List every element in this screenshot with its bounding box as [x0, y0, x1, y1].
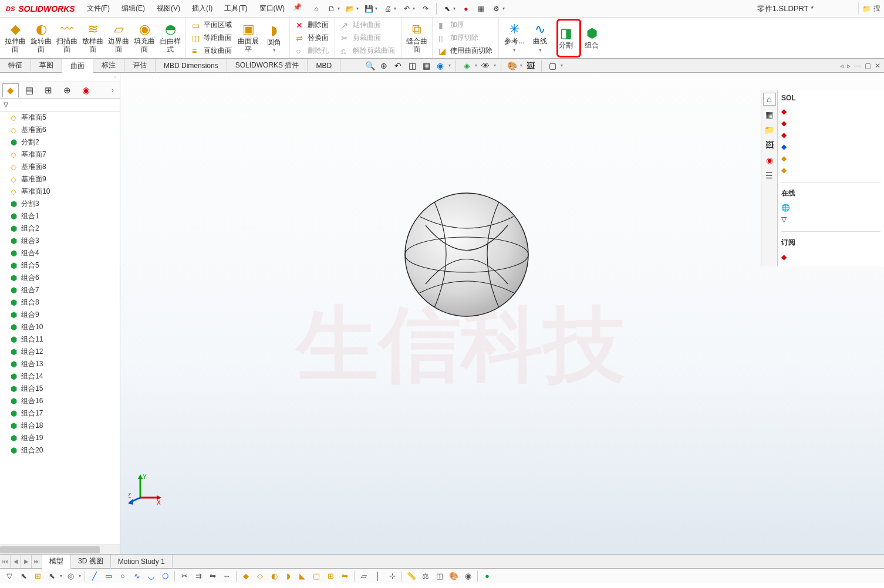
- new-icon[interactable]: 🗋: [325, 2, 339, 16]
- feature-tree-item[interactable]: ◇基准面5: [0, 111, 120, 124]
- sb-cut-icon[interactable]: ◇: [254, 570, 266, 582]
- feature-tree-item[interactable]: ⬢组合4: [0, 247, 120, 259]
- combine-button[interactable]: ⬢组合: [579, 23, 605, 52]
- resource-item[interactable]: ◆: [781, 117, 880, 129]
- rebuild-icon[interactable]: ●: [459, 2, 473, 16]
- property-manager-tab-icon[interactable]: ▤: [21, 83, 38, 97]
- feature-tree-item[interactable]: ◇基准面7: [0, 148, 120, 161]
- feature-tree-item[interactable]: ⬢组合10: [0, 321, 120, 333]
- search-box[interactable]: 📁 搜: [858, 2, 884, 15]
- tree-filter[interactable]: ∇: [0, 99, 120, 111]
- sb-poly-icon[interactable]: ⬡: [159, 570, 171, 582]
- fillet-button[interactable]: ◗圆角▾: [261, 21, 287, 55]
- tab-mbd-dimensions[interactable]: MBD Dimensions: [156, 59, 227, 73]
- sb-fillet-icon[interactable]: ◗: [282, 570, 294, 582]
- view-orient-icon[interactable]: ▦: [420, 60, 432, 72]
- boundary-surface-button[interactable]: ▱边界曲面: [106, 19, 131, 56]
- menu-tools[interactable]: 工具(T): [218, 0, 253, 18]
- menu-insert[interactable]: 插入(I): [186, 0, 218, 18]
- rail-appearances-icon[interactable]: ◉: [763, 154, 776, 167]
- sb-pattern-icon[interactable]: ⊞: [325, 570, 336, 582]
- feature-tree-item[interactable]: ⬢分割3: [0, 198, 120, 210]
- feature-tree-item[interactable]: ⬢组合14: [0, 370, 120, 383]
- sb-tree-icon[interactable]: ⊞: [32, 570, 43, 582]
- offset-surface-button[interactable]: ◫等距曲面: [188, 32, 235, 45]
- tab-next-icon[interactable]: ▶: [21, 555, 32, 568]
- sb-circle-icon[interactable]: ○: [117, 570, 129, 582]
- tree-horizontal-scrollbar[interactable]: [0, 545, 120, 554]
- feature-tree-item[interactable]: ⬢组合8: [0, 296, 120, 309]
- feature-tree-item[interactable]: ◇基准面9: [0, 173, 120, 185]
- undo-icon[interactable]: ↶: [400, 2, 414, 16]
- sb-measure-icon[interactable]: 📏: [406, 570, 417, 582]
- sb-chamfer-icon[interactable]: ◣: [296, 570, 308, 582]
- feature-tree-item[interactable]: ⬢组合11: [0, 333, 120, 346]
- hide-show-icon[interactable]: ◈: [461, 60, 473, 72]
- window-prev-icon[interactable]: ◃: [840, 62, 843, 70]
- sb-rect-icon[interactable]: ▭: [103, 570, 114, 582]
- orientation-triad[interactable]: Y X Z: [129, 473, 164, 508]
- feature-tree-item[interactable]: ⬢组合12: [0, 346, 120, 358]
- sb-plane-icon[interactable]: ▱: [358, 570, 370, 582]
- panel-collapse-icon[interactable]: ◦: [114, 74, 116, 80]
- rail-view-palette-icon[interactable]: 🖼: [763, 138, 776, 151]
- rail-properties-icon[interactable]: ☰: [763, 169, 776, 182]
- redo-icon[interactable]: ↷: [419, 2, 433, 16]
- menu-file[interactable]: 文件(F): [81, 0, 116, 18]
- settings-icon[interactable]: ⚙: [490, 2, 504, 16]
- sb-mirror2-icon[interactable]: ⇋: [339, 570, 350, 582]
- feature-tree[interactable]: ◇基准面5◇基准面6⬢分割2◇基准面7◇基准面8◇基准面9◇基准面10⬢分割3⬢…: [0, 111, 120, 545]
- sweep-surface-button[interactable]: 〰扫描曲面: [54, 19, 80, 56]
- rail-home-icon[interactable]: ⌂: [763, 93, 776, 106]
- flatten-surface-button[interactable]: ▣曲面展平: [235, 19, 261, 56]
- subscribe-item[interactable]: ◆: [781, 251, 880, 263]
- knit-surface-button[interactable]: ⧉缝合曲面: [404, 19, 430, 56]
- tab-first-icon[interactable]: ⏮: [0, 555, 11, 568]
- rail-library-icon[interactable]: ▦: [763, 108, 776, 121]
- rail-explorer-icon[interactable]: 📁: [763, 123, 776, 136]
- window-close-icon[interactable]: ✕: [875, 62, 880, 70]
- sb-axis-icon[interactable]: │: [372, 570, 384, 582]
- feature-tree-item[interactable]: ⬢分割2: [0, 136, 120, 148]
- revolve-surface-button[interactable]: ◐旋转曲面: [28, 19, 54, 56]
- appearance-icon[interactable]: 🎨: [506, 60, 518, 72]
- feature-tree-item[interactable]: ⬢组合15: [0, 383, 120, 395]
- tab-mbd[interactable]: MBD: [308, 59, 340, 73]
- resource-item[interactable]: ◆: [781, 164, 880, 176]
- replace-face-button[interactable]: ⇄替换面: [292, 32, 332, 45]
- zoom-area-icon[interactable]: ⊕: [378, 60, 390, 72]
- home-icon[interactable]: ⌂: [309, 2, 323, 16]
- resource-item[interactable]: ◆: [781, 153, 880, 164]
- cut-with-surface-button[interactable]: ◪使用曲面切除: [435, 45, 496, 58]
- feature-tree-item[interactable]: ⬢组合7: [0, 284, 120, 296]
- tab-motion-study[interactable]: Motion Study 1: [111, 555, 173, 569]
- tab-addins[interactable]: SOLIDWORKS 插件: [227, 59, 308, 73]
- sb-csys-icon[interactable]: ⊹: [386, 570, 398, 582]
- menu-view[interactable]: 视图(V): [151, 0, 186, 18]
- sb-filter-icon[interactable]: ⬉: [18, 570, 29, 582]
- section-view-icon[interactable]: ◫: [406, 60, 418, 72]
- select-icon[interactable]: ⬉: [440, 2, 454, 16]
- feature-tree-tab-icon[interactable]: ◆: [2, 83, 19, 97]
- sb-revolve-icon[interactable]: ◐: [268, 570, 280, 582]
- sb-mirror-icon[interactable]: ⇋: [207, 570, 218, 582]
- delete-face-button[interactable]: ✕删除面: [292, 19, 332, 32]
- feature-tree-item[interactable]: ⬢组合20: [0, 444, 120, 457]
- tab-features[interactable]: 特征: [0, 59, 31, 73]
- freeform-button[interactable]: ◓自由样式: [157, 19, 183, 56]
- resource-item[interactable]: ◆: [781, 141, 880, 153]
- online-item[interactable]: ▽: [781, 214, 880, 225]
- tab-3dview[interactable]: 3D 视图: [71, 555, 111, 569]
- fill-surface-button[interactable]: ◉填充曲面: [131, 19, 157, 56]
- online-item[interactable]: 🌐: [781, 202, 880, 214]
- feature-tree-item[interactable]: ⬢组合1: [0, 210, 120, 222]
- feature-tree-item[interactable]: ⬢组合18: [0, 420, 120, 432]
- viewport-icon[interactable]: ▢: [546, 60, 558, 72]
- sb-spline-icon[interactable]: ∿: [131, 570, 143, 582]
- sb-mass-icon[interactable]: ⚖: [420, 570, 431, 582]
- view-display-icon[interactable]: 👁: [480, 60, 491, 72]
- sb-target-icon[interactable]: ◎: [65, 570, 76, 582]
- save-icon[interactable]: 💾: [362, 2, 376, 16]
- feature-tree-item[interactable]: ⬢组合6: [0, 272, 120, 284]
- window-next-icon[interactable]: ▹: [847, 62, 851, 70]
